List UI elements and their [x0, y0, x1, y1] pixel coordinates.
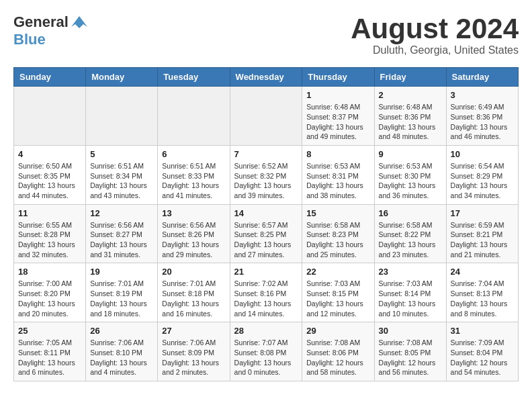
day-number: 30 [379, 326, 442, 336]
logo: General Blue [13, 13, 89, 48]
calendar-cell: 23Sunrise: 7:03 AMSunset: 8:14 PMDayligh… [374, 263, 446, 322]
day-number: 12 [90, 208, 153, 218]
calendar-cell: 24Sunrise: 7:04 AMSunset: 8:13 PMDayligh… [446, 263, 518, 322]
day-number: 28 [234, 326, 298, 336]
calendar-cell [86, 87, 158, 146]
day-info: Sunrise: 7:05 AMSunset: 8:11 PMDaylight:… [18, 338, 81, 377]
day-number: 14 [234, 208, 298, 218]
calendar-cell: 29Sunrise: 7:08 AMSunset: 8:06 PMDayligh… [302, 322, 374, 381]
weekday-header-saturday: Saturday [446, 68, 518, 87]
calendar-cell: 28Sunrise: 7:07 AMSunset: 8:08 PMDayligh… [230, 322, 302, 381]
calendar-week-row: 25Sunrise: 7:05 AMSunset: 8:11 PMDayligh… [14, 322, 519, 381]
day-number: 3 [451, 90, 514, 100]
day-info: Sunrise: 6:53 AMSunset: 8:30 PMDaylight:… [379, 161, 442, 201]
calendar-cell: 19Sunrise: 7:01 AMSunset: 8:19 PMDayligh… [86, 263, 158, 322]
day-number: 4 [18, 149, 81, 159]
day-number: 2 [379, 90, 442, 100]
calendar-cell: 20Sunrise: 7:01 AMSunset: 8:18 PMDayligh… [158, 263, 230, 322]
day-info: Sunrise: 7:02 AMSunset: 8:16 PMDaylight:… [234, 279, 298, 318]
calendar-cell: 6Sunrise: 6:51 AMSunset: 8:33 PMDaylight… [158, 145, 230, 204]
calendar-cell: 4Sunrise: 6:50 AMSunset: 8:35 PMDaylight… [14, 145, 86, 204]
weekday-header-monday: Monday [86, 68, 158, 87]
day-number: 6 [162, 149, 225, 159]
calendar-cell: 8Sunrise: 6:53 AMSunset: 8:31 PMDaylight… [302, 145, 374, 204]
calendar-cell: 17Sunrise: 6:59 AMSunset: 8:21 PMDayligh… [446, 204, 518, 263]
day-info: Sunrise: 7:07 AMSunset: 8:08 PMDaylight:… [234, 338, 298, 377]
calendar-cell [14, 87, 86, 146]
day-number: 8 [306, 149, 369, 159]
calendar-cell: 3Sunrise: 6:49 AMSunset: 8:36 PMDaylight… [446, 87, 518, 146]
day-info: Sunrise: 6:48 AMSunset: 8:36 PMDaylight:… [379, 102, 442, 142]
day-number: 20 [162, 267, 225, 277]
calendar-cell: 9Sunrise: 6:53 AMSunset: 8:30 PMDaylight… [374, 145, 446, 204]
month-year-title: August 2024 [351, 13, 519, 44]
weekday-header-tuesday: Tuesday [158, 68, 230, 87]
weekday-header-thursday: Thursday [302, 68, 374, 87]
day-number: 27 [162, 326, 225, 336]
day-number: 16 [379, 208, 442, 218]
day-info: Sunrise: 7:01 AMSunset: 8:18 PMDaylight:… [162, 279, 225, 318]
day-info: Sunrise: 7:06 AMSunset: 8:10 PMDaylight:… [90, 338, 153, 377]
weekday-header-wednesday: Wednesday [230, 68, 302, 87]
calendar-cell: 11Sunrise: 6:55 AMSunset: 8:28 PMDayligh… [14, 204, 86, 263]
calendar-cell: 16Sunrise: 6:58 AMSunset: 8:22 PMDayligh… [374, 204, 446, 263]
day-number: 24 [451, 267, 514, 277]
day-number: 15 [306, 208, 369, 218]
calendar-cell: 1Sunrise: 6:48 AMSunset: 8:37 PMDaylight… [302, 87, 374, 146]
day-number: 5 [90, 149, 153, 159]
day-info: Sunrise: 6:49 AMSunset: 8:36 PMDaylight:… [451, 102, 514, 142]
calendar-cell: 13Sunrise: 6:56 AMSunset: 8:26 PMDayligh… [158, 204, 230, 263]
day-info: Sunrise: 6:48 AMSunset: 8:37 PMDaylight:… [306, 102, 369, 142]
logo-general-text: General [13, 13, 69, 31]
day-info: Sunrise: 6:58 AMSunset: 8:23 PMDaylight:… [306, 220, 369, 260]
day-info: Sunrise: 7:01 AMSunset: 8:19 PMDaylight:… [90, 279, 153, 318]
calendar-cell: 22Sunrise: 7:03 AMSunset: 8:15 PMDayligh… [302, 263, 374, 322]
day-info: Sunrise: 7:08 AMSunset: 8:05 PMDaylight:… [379, 338, 442, 377]
day-info: Sunrise: 6:55 AMSunset: 8:28 PMDaylight:… [18, 220, 81, 260]
day-info: Sunrise: 7:09 AMSunset: 8:04 PMDaylight:… [451, 338, 514, 377]
day-info: Sunrise: 6:54 AMSunset: 8:29 PMDaylight:… [451, 161, 514, 201]
day-info: Sunrise: 6:51 AMSunset: 8:34 PMDaylight:… [90, 161, 153, 201]
day-number: 10 [451, 149, 514, 159]
logo-blue-text: Blue [13, 31, 46, 48]
day-number: 25 [18, 326, 81, 336]
calendar-cell [230, 87, 302, 146]
day-info: Sunrise: 6:52 AMSunset: 8:32 PMDaylight:… [234, 161, 298, 201]
weekday-header-row: SundayMondayTuesdayWednesdayThursdayFrid… [14, 68, 519, 87]
day-info: Sunrise: 6:59 AMSunset: 8:21 PMDaylight:… [451, 220, 514, 260]
svg-marker-0 [71, 16, 87, 28]
page-header: General Blue August 2024 Duluth, Georgia… [13, 13, 519, 56]
day-number: 29 [306, 326, 369, 336]
calendar-cell: 26Sunrise: 7:06 AMSunset: 8:10 PMDayligh… [86, 322, 158, 381]
calendar-cell: 12Sunrise: 6:56 AMSunset: 8:27 PMDayligh… [86, 204, 158, 263]
calendar-cell: 2Sunrise: 6:48 AMSunset: 8:36 PMDaylight… [374, 87, 446, 146]
calendar-week-row: 18Sunrise: 7:00 AMSunset: 8:20 PMDayligh… [14, 263, 519, 322]
weekday-header-sunday: Sunday [14, 68, 86, 87]
day-info: Sunrise: 6:56 AMSunset: 8:27 PMDaylight:… [90, 220, 153, 260]
calendar-cell: 15Sunrise: 6:58 AMSunset: 8:23 PMDayligh… [302, 204, 374, 263]
location-subtitle: Duluth, Georgia, United States [351, 44, 519, 56]
day-number: 26 [90, 326, 153, 336]
calendar-cell: 30Sunrise: 7:08 AMSunset: 8:05 PMDayligh… [374, 322, 446, 381]
day-number: 23 [379, 267, 442, 277]
day-number: 7 [234, 149, 298, 159]
day-number: 9 [379, 149, 442, 159]
calendar-cell: 5Sunrise: 6:51 AMSunset: 8:34 PMDaylight… [86, 145, 158, 204]
day-info: Sunrise: 7:08 AMSunset: 8:06 PMDaylight:… [306, 338, 369, 377]
calendar-cell: 21Sunrise: 7:02 AMSunset: 8:16 PMDayligh… [230, 263, 302, 322]
title-area: August 2024 Duluth, Georgia, United Stat… [351, 13, 519, 56]
calendar-cell: 14Sunrise: 6:57 AMSunset: 8:25 PMDayligh… [230, 204, 302, 263]
weekday-header-friday: Friday [374, 68, 446, 87]
day-info: Sunrise: 6:56 AMSunset: 8:26 PMDaylight:… [162, 220, 225, 260]
day-number: 31 [451, 326, 514, 336]
calendar-week-row: 1Sunrise: 6:48 AMSunset: 8:37 PMDaylight… [14, 87, 519, 146]
day-info: Sunrise: 7:06 AMSunset: 8:09 PMDaylight:… [162, 338, 225, 377]
day-info: Sunrise: 7:03 AMSunset: 8:14 PMDaylight:… [379, 279, 442, 318]
calendar-cell: 31Sunrise: 7:09 AMSunset: 8:04 PMDayligh… [446, 322, 518, 381]
day-info: Sunrise: 6:58 AMSunset: 8:22 PMDaylight:… [379, 220, 442, 260]
day-number: 1 [306, 90, 369, 100]
day-info: Sunrise: 7:04 AMSunset: 8:13 PMDaylight:… [451, 279, 514, 318]
day-number: 13 [162, 208, 225, 218]
calendar-cell: 18Sunrise: 7:00 AMSunset: 8:20 PMDayligh… [14, 263, 86, 322]
day-number: 11 [18, 208, 81, 218]
